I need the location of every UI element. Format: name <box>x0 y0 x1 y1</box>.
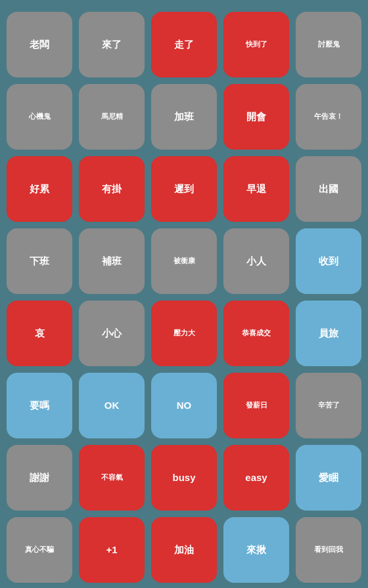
badge-item-23[interactable]: 恭喜成交 <box>223 301 289 366</box>
badge-label-4: 討厭鬼 <box>318 40 340 49</box>
badge-label-26: OK <box>104 400 120 411</box>
badge-label-24: 員旅 <box>319 327 338 339</box>
badge-grid: 老闆來了走了快到了討厭鬼心機鬼馬尼精加班開會午告哀！好累有掛遲到早退出國下班補班… <box>7 12 361 583</box>
badge-label-11: 有掛 <box>102 183 122 195</box>
badge-item-12[interactable]: 遲到 <box>151 156 217 222</box>
badge-label-39: 看到回我 <box>314 545 343 554</box>
badge-label-12: 遲到 <box>174 183 194 195</box>
badge-item-4[interactable]: 討厭鬼 <box>296 12 361 77</box>
badge-label-29: 辛苦了 <box>318 401 340 410</box>
badge-item-34[interactable]: 愛睏 <box>296 445 361 511</box>
badge-label-38: 來揪 <box>246 544 266 556</box>
badge-label-22: 壓力大 <box>173 329 195 337</box>
badge-label-34: 愛睏 <box>319 472 338 484</box>
badge-item-24[interactable]: 員旅 <box>296 301 361 366</box>
badge-item-18[interactable]: 小人 <box>223 228 289 294</box>
badge-label-23: 恭喜成交 <box>242 329 271 337</box>
badge-item-33[interactable]: easy <box>223 445 289 511</box>
badge-item-17[interactable]: 被衝康 <box>151 228 217 294</box>
badge-item-6[interactable]: 馬尼精 <box>79 84 145 150</box>
badge-label-19: 收到 <box>319 255 338 267</box>
badge-label-9: 午告哀！ <box>314 112 343 121</box>
badge-label-33: easy <box>245 472 267 484</box>
badge-item-19[interactable]: 收到 <box>296 228 361 294</box>
badge-label-13: 早退 <box>246 183 266 195</box>
badge-item-15[interactable]: 下班 <box>7 228 72 294</box>
badge-label-14: 出國 <box>319 183 338 195</box>
badge-item-16[interactable]: 補班 <box>79 228 145 294</box>
badge-label-6: 馬尼精 <box>101 112 123 121</box>
badge-item-0[interactable]: 老闆 <box>7 12 72 77</box>
badge-label-2: 走了 <box>174 39 194 51</box>
badge-item-38[interactable]: 來揪 <box>223 517 289 583</box>
badge-item-30[interactable]: 謝謝 <box>7 445 72 511</box>
badge-item-25[interactable]: 要嗎 <box>7 373 72 438</box>
badge-item-14[interactable]: 出國 <box>296 156 361 222</box>
badge-item-10[interactable]: 好累 <box>7 156 72 222</box>
badge-item-29[interactable]: 辛苦了 <box>296 373 361 438</box>
badge-item-39[interactable]: 看到回我 <box>296 517 361 583</box>
badge-item-37[interactable]: 加油 <box>151 517 217 583</box>
badge-item-3[interactable]: 快到了 <box>223 12 289 77</box>
badge-label-5: 心機鬼 <box>29 112 51 121</box>
badge-label-32: busy <box>172 472 195 484</box>
badge-label-25: 要嗎 <box>30 400 49 411</box>
badge-item-27[interactable]: NO <box>151 373 217 438</box>
badge-label-10: 好累 <box>30 183 49 195</box>
badge-item-28[interactable]: 發薪日 <box>223 373 289 438</box>
badge-item-2[interactable]: 走了 <box>151 12 217 77</box>
badge-item-36[interactable]: +1 <box>79 517 145 583</box>
badge-label-0: 老闆 <box>30 39 49 51</box>
badge-item-32[interactable]: busy <box>151 445 217 511</box>
badge-label-18: 小人 <box>246 255 266 267</box>
badge-label-7: 加班 <box>174 111 194 123</box>
badge-item-7[interactable]: 加班 <box>151 84 217 150</box>
badge-label-15: 下班 <box>30 255 49 267</box>
badge-label-21: 小心 <box>102 327 122 339</box>
badge-item-1[interactable]: 來了 <box>79 12 145 77</box>
badge-label-36: +1 <box>106 544 117 556</box>
badge-label-3: 快到了 <box>246 40 267 49</box>
badge-item-11[interactable]: 有掛 <box>79 156 145 222</box>
badge-label-17: 被衝康 <box>173 257 195 265</box>
badge-item-35[interactable]: 真心不騙 <box>7 517 72 583</box>
badge-label-28: 發薪日 <box>246 401 267 410</box>
badge-label-8: 開會 <box>246 111 266 123</box>
badge-label-37: 加油 <box>174 544 194 556</box>
badge-item-22[interactable]: 壓力大 <box>151 301 217 366</box>
badge-item-9[interactable]: 午告哀！ <box>296 84 361 150</box>
badge-item-13[interactable]: 早退 <box>223 156 289 222</box>
badge-label-20: 哀 <box>35 327 45 339</box>
badge-item-5[interactable]: 心機鬼 <box>7 84 72 150</box>
badge-label-30: 謝謝 <box>30 472 49 484</box>
badge-label-1: 來了 <box>102 39 122 51</box>
badge-label-35: 真心不騙 <box>25 545 54 554</box>
badge-item-26[interactable]: OK <box>79 373 145 438</box>
badge-label-27: NO <box>177 400 192 411</box>
badge-item-31[interactable]: 不容氣 <box>79 445 145 511</box>
badge-item-20[interactable]: 哀 <box>7 301 72 366</box>
badge-label-16: 補班 <box>102 255 122 267</box>
badge-item-21[interactable]: 小心 <box>79 301 145 366</box>
badge-item-8[interactable]: 開會 <box>223 84 289 150</box>
badge-label-31: 不容氣 <box>101 473 123 482</box>
